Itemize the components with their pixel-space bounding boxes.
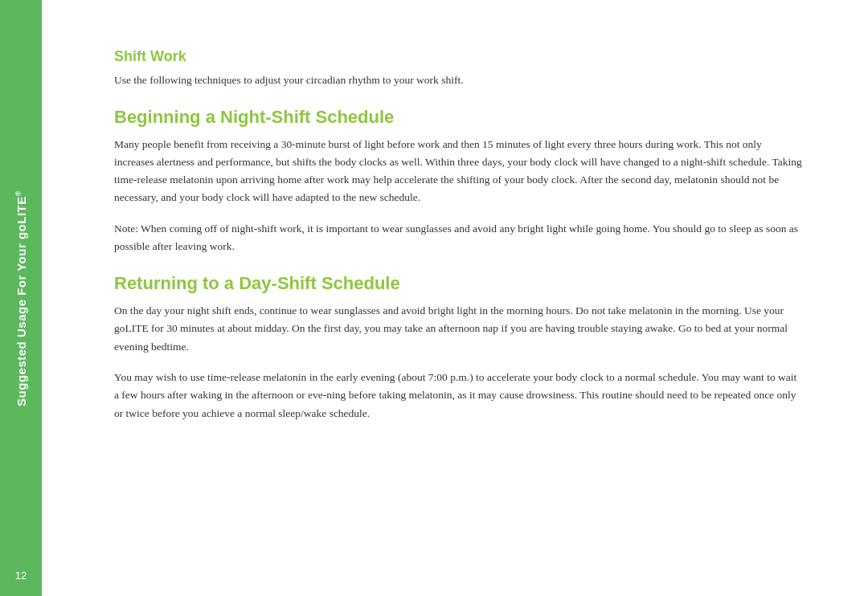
shift-work-section: Shift Work Use the following techniques …	[114, 48, 804, 89]
day-shift-section: Returning to a Day-Shift Schedule On the…	[114, 273, 804, 423]
day-shift-title: Returning to a Day-Shift Schedule	[114, 273, 804, 294]
page-number: 12	[15, 569, 27, 582]
night-shift-paragraph1: Many people benefit from receiving a 30-…	[114, 136, 804, 207]
day-shift-paragraph2: You may wish to use time-release melaton…	[114, 369, 804, 423]
night-shift-note: Note: When coming off of night-shift wor…	[114, 220, 804, 256]
sidebar-label: Suggested Usage For Your goLITE®	[14, 190, 28, 406]
night-shift-title: Beginning a Night-Shift Schedule	[114, 107, 804, 128]
shift-work-title: Shift Work	[114, 48, 804, 65]
main-content: Shift Work Use the following techniques …	[42, 0, 868, 596]
sidebar: Suggested Usage For Your goLITE® 12	[0, 0, 42, 596]
night-shift-section: Beginning a Night-Shift Schedule Many pe…	[114, 107, 804, 256]
registered-mark: ®	[14, 190, 23, 196]
day-shift-paragraph1: On the day your night shift ends, contin…	[114, 302, 804, 356]
shift-work-intro: Use the following techniques to adjust y…	[114, 71, 804, 89]
